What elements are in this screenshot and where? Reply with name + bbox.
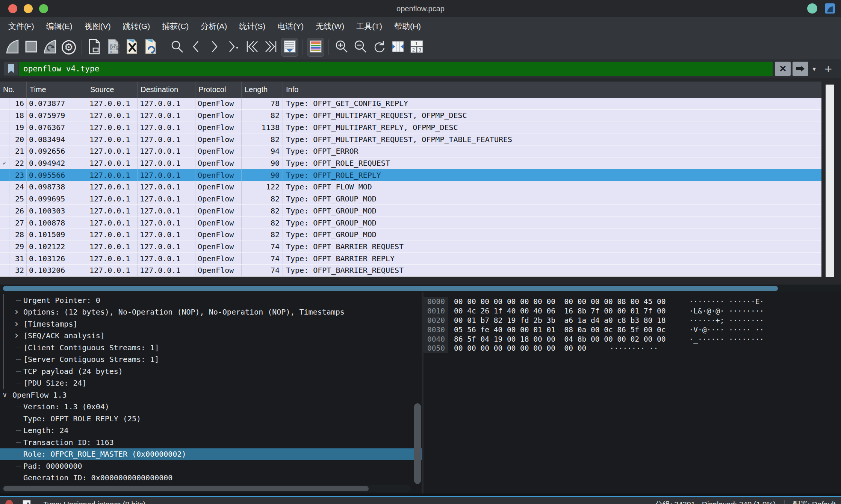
packet-row[interactable]: ✓220.094942127.0.0.1127.0.0.1OpenFlow90T…: [0, 157, 821, 170]
hex-ascii[interactable]: ········ ··: [610, 344, 658, 353]
packet-row[interactable]: 200.083494127.0.0.1127.0.0.1OpenFlow82Ty…: [0, 133, 821, 145]
packet-row[interactable]: 280.101509127.0.0.1127.0.0.1OpenFlow82Ty…: [0, 229, 821, 241]
hex-ascii[interactable]: ······+; ········: [689, 316, 764, 325]
column-header-no[interactable]: No.: [0, 82, 27, 98]
hex-bytes[interactable]: 00 01 b7 82 19 fd 2b 3b a6 1a d4 a0 c8 b…: [454, 316, 666, 325]
menu-file[interactable]: 文件(F): [2, 21, 40, 32]
packet-row[interactable]: 180.075979127.0.0.1127.0.0.1OpenFlow82Ty…: [0, 110, 821, 122]
hex-row[interactable]: 002000 01 b7 82 19 fd 2b 3b a6 1a d4 a0 …: [424, 316, 841, 325]
packet-row[interactable]: 290.102122127.0.0.1127.0.0.1OpenFlow74Ty…: [0, 241, 821, 253]
detail-row[interactable]: Version: 1.3 (0x04): [0, 401, 422, 413]
packet-row[interactable]: 210.092656127.0.0.1127.0.0.1OpenFlow94Ty…: [0, 145, 821, 157]
detail-row[interactable]: [Server Contiguous Streams: 1]: [0, 354, 422, 366]
filter-clear-button[interactable]: ✕: [775, 62, 791, 76]
hex-row[interactable]: 001000 4c 26 1f 40 00 40 06 16 8b 7f 00 …: [424, 306, 841, 316]
column-header-time[interactable]: Time: [27, 82, 87, 98]
detail-row[interactable]: [PDU Size: 24]: [0, 377, 422, 389]
packet-row[interactable]: 240.098738127.0.0.1127.0.0.1OpenFlow122T…: [0, 181, 821, 193]
hex-row[interactable]: 003005 56 fe 40 00 00 01 01 08 0a 00 0c …: [424, 325, 841, 334]
profile-label[interactable]: 配置: Default: [793, 499, 836, 504]
expand-arrow-icon[interactable]: ›: [14, 330, 20, 340]
filter-bookmark-button[interactable]: [4, 62, 19, 76]
packet-row[interactable]: 230.095566127.0.0.1127.0.0.1OpenFlow90Ty…: [0, 169, 821, 181]
packet-row[interactable]: 310.103126127.0.0.1127.0.0.1OpenFlow74Ty…: [0, 253, 821, 265]
close-file-button[interactable]: [124, 38, 141, 57]
save-file-button[interactable]: 010100110101110: [105, 38, 122, 57]
expand-arrow-icon[interactable]: ›: [14, 319, 20, 328]
packet-row[interactable]: 250.099695127.0.0.1127.0.0.1OpenFlow82Ty…: [0, 193, 821, 205]
menu-capture[interactable]: 捕获(C): [156, 21, 195, 32]
column-header-length[interactable]: Length: [242, 82, 283, 98]
detail-row[interactable]: Generation ID: 0x0000000000000000: [0, 472, 422, 484]
filter-dropdown-caret[interactable]: ▼: [811, 66, 817, 72]
hex-bytes[interactable]: 00 00 00 00 00 00 00 00 00 00 00 00 08 0…: [454, 297, 666, 306]
packet-row[interactable]: 260.100303127.0.0.1127.0.0.1OpenFlow82Ty…: [0, 205, 821, 217]
zoom-reset-button[interactable]: [371, 38, 388, 57]
find-packet-button[interactable]: [168, 38, 186, 57]
first-packet-button[interactable]: [244, 38, 261, 57]
wireshark-tray-icon[interactable]: [825, 3, 835, 14]
detail-row[interactable]: Length: 24: [0, 425, 422, 437]
details-hscrollbar-thumb[interactable]: [3, 486, 369, 491]
colorize-button[interactable]: [307, 38, 324, 57]
maximize-window-button[interactable]: [39, 4, 48, 13]
details-vscrollbar-thumb[interactable]: [414, 403, 421, 484]
close-window-button[interactable]: [8, 4, 17, 13]
filter-apply-button[interactable]: [793, 62, 808, 76]
filter-add-button[interactable]: +: [824, 62, 832, 76]
hex-ascii[interactable]: ·L&·@·@· ········: [689, 307, 764, 315]
hex-bytes[interactable]: 86 5f 04 19 00 18 00 00 04 8b 00 00 00 0…: [454, 335, 666, 344]
status-circle-icon[interactable]: [807, 3, 817, 14]
menu-go[interactable]: 跳转(G): [117, 21, 156, 32]
menu-view[interactable]: 视图(V): [79, 21, 117, 32]
menu-wireless[interactable]: 无线(W): [310, 21, 350, 32]
detail-row[interactable]: [Client Contiguous Streams: 1]: [0, 342, 422, 354]
hex-ascii[interactable]: ·_······ ········: [689, 335, 764, 344]
packet-row[interactable]: 190.076367127.0.0.1127.0.0.1OpenFlow1138…: [0, 121, 821, 133]
expert-info-icon[interactable]: [5, 500, 13, 504]
column-header-destination[interactable]: Destination: [138, 82, 195, 98]
stop-capture-button[interactable]: [23, 38, 40, 57]
column-header-protocol[interactable]: Protocol: [195, 82, 242, 98]
detail-row[interactable]: ›Options: (12 bytes), No-Operation (NOP)…: [0, 306, 422, 318]
detail-row[interactable]: Urgent Pointer: 0: [0, 294, 422, 306]
column-header-source[interactable]: Source: [87, 82, 138, 98]
menu-statistics[interactable]: 统计(S): [233, 21, 271, 32]
restart-capture-button[interactable]: [41, 38, 59, 57]
menu-tools[interactable]: 工具(T): [350, 21, 388, 32]
previous-packet-button[interactable]: [187, 38, 204, 57]
menu-telephony[interactable]: 电话(Y): [271, 21, 310, 32]
auto-scroll-button[interactable]: [281, 38, 298, 57]
menu-analyze[interactable]: 分析(A): [195, 21, 233, 32]
goto-packet-button[interactable]: [225, 38, 242, 57]
resize-columns-button[interactable]: [389, 38, 407, 57]
hex-bytes[interactable]: 00 00 00 00 00 00 00 00 00 00: [454, 344, 586, 353]
hex-bytes[interactable]: 05 56 fe 40 00 00 01 01 08 0a 00 0c 86 5…: [454, 325, 666, 334]
packet-list-hscrollbar[interactable]: [0, 285, 841, 292]
vscrollbar-thumb[interactable]: [826, 85, 834, 277]
expand-arrow-icon[interactable]: ›: [14, 307, 20, 316]
hex-row[interactable]: 000000 00 00 00 00 00 00 00 00 00 00 00 …: [424, 297, 841, 306]
detail-row[interactable]: Pad: 00000000: [0, 460, 422, 472]
packet-row[interactable]: 160.073877127.0.0.1127.0.0.1OpenFlow78Ty…: [0, 98, 821, 110]
capture-comment-icon[interactable]: [22, 499, 31, 504]
hex-ascii[interactable]: ········ ······E·: [689, 297, 764, 306]
details-hscrollbar[interactable]: [2, 485, 411, 492]
zoom-in-button[interactable]: [333, 38, 350, 57]
hex-bytes[interactable]: 00 4c 26 1f 40 00 40 06 16 8b 7f 00 00 0…: [454, 307, 666, 315]
packet-row[interactable]: 270.100878127.0.0.1127.0.0.1OpenFlow82Ty…: [0, 217, 821, 229]
detail-row[interactable]: TCP payload (24 bytes): [0, 365, 422, 377]
display-filter-input[interactable]: openflow_v4.type: [19, 62, 773, 76]
open-file-button[interactable]: [86, 38, 103, 57]
hex-ascii[interactable]: ·V·@···· ·····_··: [689, 325, 764, 334]
detail-row[interactable]: Type: OFPT_ROLE_REPLY (25): [0, 413, 422, 425]
minimize-window-button[interactable]: [24, 4, 33, 13]
hex-row[interactable]: 004086 5f 04 19 00 18 00 00 04 8b 00 00 …: [424, 334, 841, 344]
detail-row[interactable]: ›[Timestamps]: [0, 318, 422, 330]
last-packet-button[interactable]: [262, 38, 280, 57]
zoom-out-button[interactable]: [352, 38, 369, 57]
packet-row[interactable]: 320.103206127.0.0.1127.0.0.1OpenFlow74Ty…: [0, 265, 821, 277]
menu-edit[interactable]: 编辑(E): [40, 21, 79, 32]
packet-list-vscrollbar[interactable]: [821, 82, 841, 285]
hscrollbar-thumb[interactable]: [3, 286, 778, 291]
